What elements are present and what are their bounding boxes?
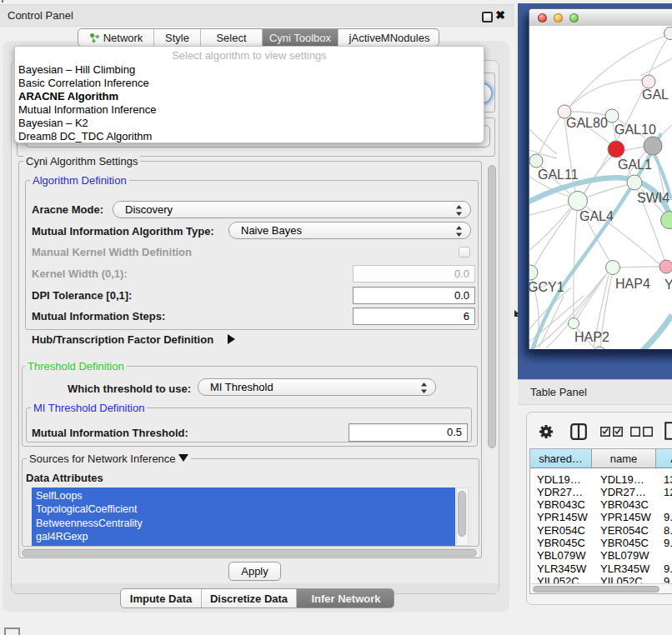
table-cell[interactable]: 12 xyxy=(664,486,672,498)
collapse-down-icon[interactable] xyxy=(178,454,188,462)
aracne-mode-combobox[interactable]: Discovery xyxy=(113,201,471,218)
network-node-label: GAL11 xyxy=(538,168,579,182)
settings-hscrollbar-thumb[interactable] xyxy=(22,549,477,557)
kernel-width-field[interactable]: 0.0 xyxy=(353,265,475,282)
mi-type-combobox[interactable]: Naive Bayes xyxy=(228,222,471,239)
checked-boxes-icon[interactable] xyxy=(600,427,623,437)
mi-threshold-field[interactable]: 0.5 xyxy=(349,423,468,442)
manual-kernel-checkbox[interactable] xyxy=(459,247,470,258)
data-attributes-label: Data Attributes xyxy=(26,472,103,484)
attribute-list-item[interactable]: TopologicalCoefficient xyxy=(36,502,444,517)
minimize-window-icon[interactable] xyxy=(554,13,563,22)
collapsed-panel-button[interactable] xyxy=(4,628,20,635)
data-attributes-list[interactable]: SelfLoopsTopologicalCoefficientBetweenne… xyxy=(32,488,455,546)
tab-network[interactable]: Network xyxy=(78,29,154,46)
network-canvas[interactable]: GALGAL80GAL10GAL1GAL11SWI4GAL4GCY1HAP4YH… xyxy=(529,26,672,349)
document-icon[interactable] xyxy=(664,422,672,440)
table-cell[interactable]: YER054C xyxy=(600,524,649,537)
table-cell[interactable]: YDL19… xyxy=(537,473,581,486)
apply-button[interactable]: Apply xyxy=(228,562,281,581)
table-cell[interactable]: YBR045C xyxy=(537,537,585,549)
attributes-vscrollbar-thumb[interactable] xyxy=(458,491,466,537)
network-edge xyxy=(529,129,557,154)
column-header-3[interactable]: A xyxy=(656,449,672,468)
table-cell[interactable]: 9. xyxy=(664,537,672,549)
network-node[interactable] xyxy=(608,141,624,158)
split-columns-icon[interactable] xyxy=(570,423,587,440)
tab-style[interactable]: Style xyxy=(154,29,201,46)
table-cell[interactable]: YER054C xyxy=(537,524,585,537)
table-cell[interactable]: 13 xyxy=(664,473,672,486)
which-threshold-combobox[interactable]: MI Threshold xyxy=(198,378,436,396)
tab-select[interactable]: Select xyxy=(201,29,263,46)
popup-item[interactable]: Bayesian – K2 xyxy=(18,117,482,130)
popup-item[interactable]: ARACNE Algorithm xyxy=(18,90,482,103)
table-cell[interactable]: YBR043C xyxy=(600,498,649,511)
column-header-1[interactable]: shared… xyxy=(530,449,592,468)
tab-jactivemnodules[interactable]: jActiveMNodules xyxy=(339,29,439,46)
zoom-window-icon[interactable] xyxy=(569,13,579,22)
close-panel-icon[interactable]: ✖ xyxy=(494,9,506,22)
table-cell[interactable]: YBL079W xyxy=(600,549,649,562)
network-node[interactable] xyxy=(529,154,543,168)
float-window-icon[interactable] xyxy=(482,12,493,22)
table-hscrollbar[interactable] xyxy=(531,583,672,593)
dpi-tolerance-field[interactable]: 0.0 xyxy=(353,287,475,304)
mi-steps-field[interactable]: 6 xyxy=(353,308,475,325)
close-window-icon[interactable] xyxy=(538,13,547,22)
table-cell[interactable]: YPR145W xyxy=(600,511,651,523)
network-node[interactable] xyxy=(569,318,579,329)
settings-vscrollbar-thumb[interactable] xyxy=(488,165,496,448)
network-node[interactable] xyxy=(606,261,620,275)
sources-group-title: Sources for Network Inference xyxy=(27,452,191,465)
network-node-label: GAL4 xyxy=(579,209,614,223)
cytoscape-app: Control Panel ✖ NetworkStyleSelectCyni T… xyxy=(0,0,672,635)
table-cell[interactable]: YBR045C xyxy=(600,537,649,549)
table-cell[interactable]: 9. xyxy=(664,575,672,583)
popup-item[interactable]: Mutual Information Inference xyxy=(18,103,482,117)
column-header-2[interactable]: name xyxy=(592,449,656,468)
network-node[interactable] xyxy=(529,265,538,280)
table-cell[interactable]: YIL052C xyxy=(537,575,579,583)
unchecked-boxes-icon[interactable] xyxy=(630,427,653,437)
network-node[interactable] xyxy=(594,347,605,349)
network-node[interactable] xyxy=(642,75,655,88)
mi-threshold-label: Mutual Information Threshold: xyxy=(32,427,188,439)
gear-icon[interactable] xyxy=(538,423,554,440)
tab-impute-data[interactable]: Impute Data xyxy=(121,589,202,608)
tab-cyni-toolbox[interactable]: Cyni Toolbox xyxy=(263,29,339,46)
popup-item[interactable]: Dream8 DC_TDC Algorithm xyxy=(18,130,482,143)
network-node-label: HAP4 xyxy=(615,277,650,291)
tab-infer-network[interactable]: Infer Network xyxy=(297,589,394,608)
table-cell[interactable]: YLR345W xyxy=(537,562,586,575)
network-edge xyxy=(571,112,605,115)
popup-item[interactable]: Bayesian – Hill Climbing xyxy=(18,63,482,77)
network-node[interactable] xyxy=(659,260,672,273)
mouse-cursor xyxy=(514,309,520,318)
expand-right-icon[interactable] xyxy=(228,334,235,344)
table-cell[interactable]: YBL079W xyxy=(537,549,586,562)
network-window-titlebar[interactable] xyxy=(529,9,672,27)
tab-discretize-data[interactable]: Discretize Data xyxy=(202,589,297,608)
table-cell[interactable]: YDR27… xyxy=(537,486,583,498)
attribute-list-item[interactable]: gal4RGexp xyxy=(36,530,444,544)
table-cell[interactable]: YLR345W xyxy=(600,562,649,575)
table-cell[interactable]: 9. xyxy=(664,562,672,575)
table-cell[interactable]: YIL052C xyxy=(600,575,643,583)
table-cell[interactable]: YPR145W xyxy=(537,511,588,523)
table-cell[interactable]: 8. xyxy=(664,524,672,537)
combo-arrows-icon xyxy=(456,205,462,216)
table-hscrollbar-thumb[interactable] xyxy=(533,586,659,592)
table-cell[interactable]: YDL19… xyxy=(600,473,644,486)
network-node[interactable] xyxy=(661,212,672,229)
network-node[interactable] xyxy=(569,192,588,211)
attribute-list-item[interactable]: SelfLoops xyxy=(36,489,444,503)
attribute-list-item[interactable]: BetweennessCentrality xyxy=(36,517,444,531)
table-cell[interactable]: YDR27… xyxy=(600,486,646,498)
network-node[interactable] xyxy=(627,175,642,190)
popup-item[interactable]: Basic Correlation Inference xyxy=(18,77,482,90)
network-node[interactable] xyxy=(644,137,662,155)
table-cell[interactable]: YBR043C xyxy=(537,498,585,511)
table-cell[interactable]: 9. xyxy=(664,511,672,523)
network-node[interactable] xyxy=(664,28,672,40)
